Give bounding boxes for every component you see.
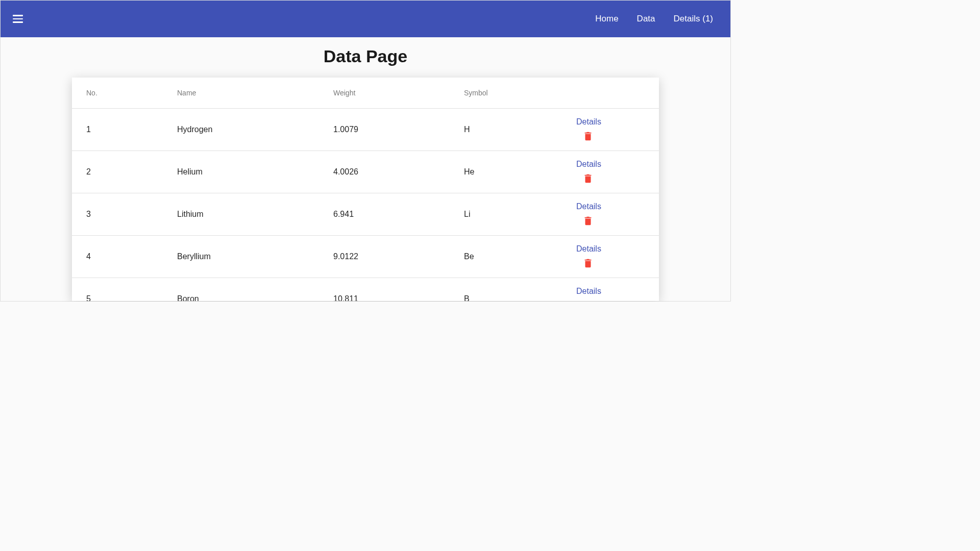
cell-no: 4 (72, 236, 167, 278)
details-link[interactable]: Details (576, 202, 601, 211)
table-header-row: No. Name Weight Symbol (72, 78, 659, 109)
cell-name: Hydrogen (167, 109, 323, 151)
cell-symbol: H (454, 109, 566, 151)
cell-no: 5 (72, 278, 167, 302)
table-row: 1Hydrogen1.0079HDetails (72, 109, 659, 151)
page-title: Data Page (1, 46, 730, 66)
hamburger-icon (13, 13, 25, 25)
toolbar: Home Data Details (1) (1, 1, 730, 37)
cell-weight: 4.0026 (323, 151, 454, 193)
data-table: No. Name Weight Symbol 1Hydrogen1.0079HD… (72, 78, 659, 301)
trash-icon (582, 131, 594, 142)
cell-name: Beryllium (167, 236, 323, 278)
cell-no: 3 (72, 193, 167, 236)
cell-symbol: B (454, 278, 566, 302)
cell-actions: Details (566, 278, 659, 302)
table-row: 5Boron10.811BDetails (72, 278, 659, 302)
nav-details[interactable]: Details (1) (665, 14, 722, 24)
trash-icon (582, 215, 594, 227)
menu-button[interactable] (9, 9, 29, 29)
details-link[interactable]: Details (576, 244, 601, 254)
col-header-no: No. (72, 78, 167, 109)
cell-weight: 1.0079 (323, 109, 454, 151)
delete-button[interactable] (576, 214, 594, 227)
cell-name: Boron (167, 278, 323, 302)
delete-button[interactable] (576, 172, 594, 184)
table-row: 3Lithium6.941LiDetails (72, 193, 659, 236)
delete-button[interactable] (576, 130, 594, 142)
delete-button[interactable] (576, 299, 594, 301)
app-frame: Home Data Details (1) Data Page No. Name… (0, 0, 731, 302)
nav-data[interactable]: Data (628, 14, 665, 24)
delete-button[interactable] (576, 257, 594, 269)
details-link[interactable]: Details (576, 117, 601, 127)
details-link[interactable]: Details (576, 287, 601, 296)
table-row: 4Beryllium9.0122BeDetails (72, 236, 659, 278)
col-header-name: Name (167, 78, 323, 109)
cell-weight: 6.941 (323, 193, 454, 236)
cell-name: Lithium (167, 193, 323, 236)
details-link[interactable]: Details (576, 160, 601, 169)
col-header-symbol: Symbol (454, 78, 566, 109)
cell-no: 1 (72, 109, 167, 151)
cell-name: Helium (167, 151, 323, 193)
cell-actions: Details (566, 236, 659, 278)
cell-symbol: He (454, 151, 566, 193)
cell-actions: Details (566, 193, 659, 236)
col-header-weight: Weight (323, 78, 454, 109)
cell-weight: 9.0122 (323, 236, 454, 278)
trash-icon (582, 258, 594, 269)
cell-symbol: Li (454, 193, 566, 236)
trash-icon (582, 173, 594, 184)
cell-actions: Details (566, 151, 659, 193)
cell-actions: Details (566, 109, 659, 151)
cell-weight: 10.811 (323, 278, 454, 302)
trash-icon (582, 300, 594, 301)
data-table-container: No. Name Weight Symbol 1Hydrogen1.0079HD… (72, 78, 659, 301)
col-header-actions (566, 78, 659, 109)
cell-no: 2 (72, 151, 167, 193)
table-row: 2Helium4.0026HeDetails (72, 151, 659, 193)
cell-symbol: Be (454, 236, 566, 278)
nav-home[interactable]: Home (586, 14, 627, 24)
